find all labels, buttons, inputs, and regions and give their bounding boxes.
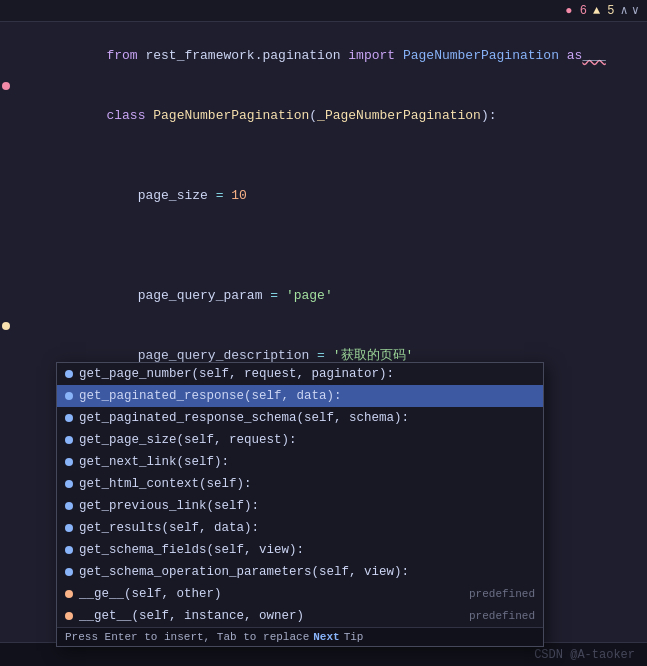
item-dot-icon (65, 458, 73, 466)
autocomplete-item-text: get_results(self, data): (79, 521, 259, 535)
line-content (40, 226, 647, 246)
code-line: page_query_param = 'page' (0, 266, 647, 326)
code-line (0, 146, 647, 166)
autocomplete-item[interactable]: get_results(self, data): (57, 517, 543, 539)
code-line: class PageNumberPagination(_PageNumberPa… (0, 86, 647, 146)
code-line: from rest_framework.pagination import Pa… (0, 26, 647, 86)
line-content: from rest_framework.pagination import Pa… (40, 26, 647, 86)
error-icon: ● (565, 4, 572, 18)
item-dot-icon (65, 546, 73, 554)
warning-count: ▲ 5 (593, 4, 615, 18)
item-dot-icon (65, 612, 73, 620)
autocomplete-item[interactable]: get_schema_operation_parameters(self, vi… (57, 561, 543, 583)
autocomplete-item[interactable]: __get__(self, instance, owner) predefine… (57, 605, 543, 627)
footer-tip-label: Tip (344, 631, 364, 643)
code-line (0, 246, 647, 266)
line-content (40, 146, 647, 166)
item-dot-icon (65, 436, 73, 444)
autocomplete-item[interactable]: get_page_number(self, request, paginator… (57, 363, 543, 385)
autocomplete-item-text: get_schema_fields(self, view): (79, 543, 304, 557)
autocomplete-item-text: get_paginated_response(self, data): (79, 389, 342, 403)
item-dot-icon (65, 590, 73, 598)
autocomplete-footer: Press Enter to insert, Tab to replace Ne… (57, 627, 543, 646)
item-dot-icon (65, 414, 73, 422)
autocomplete-item-text: get_schema_operation_parameters(self, vi… (79, 565, 409, 579)
autocomplete-item-text: get_page_number(self, request, paginator… (79, 367, 394, 381)
autocomplete-item[interactable]: get_page_size(self, request): (57, 429, 543, 451)
autocomplete-item-text: get_page_size(self, request): (79, 433, 297, 447)
autocomplete-item[interactable]: get_paginated_response_schema(self, sche… (57, 407, 543, 429)
item-dot-icon (65, 568, 73, 576)
item-dot-icon (65, 502, 73, 510)
autocomplete-item-selected[interactable]: get_paginated_response(self, data): (57, 385, 543, 407)
autocomplete-item-text: get_previous_link(self): (79, 499, 259, 513)
watermark-text: CSDN @A-taoker (534, 648, 635, 662)
autocomplete-item[interactable]: get_schema_fields(self, view): (57, 539, 543, 561)
autocomplete-hint: predefined (469, 588, 535, 600)
top-bar: ● 6 ▲ 5 ∧ ∨ (0, 0, 647, 22)
autocomplete-item-text: get_next_link(self): (79, 455, 229, 469)
error-count: ● 6 (565, 4, 587, 18)
autocomplete-item[interactable]: get_next_link(self): (57, 451, 543, 473)
autocomplete-item[interactable]: get_html_context(self): (57, 473, 543, 495)
line-content: page_query_param = 'page' (40, 266, 647, 326)
autocomplete-item[interactable]: __ge__(self, other) predefined (57, 583, 543, 605)
footer-press-enter-text: Press Enter to insert, Tab to replace (65, 631, 309, 643)
autocomplete-item-text: __get__(self, instance, owner) (79, 609, 304, 623)
autocomplete-dropdown: get_page_number(self, request, paginator… (56, 362, 544, 647)
line-content: class PageNumberPagination(_PageNumberPa… (40, 86, 647, 146)
autocomplete-item-text: get_html_context(self): (79, 477, 252, 491)
code-line: page_size = 10 (0, 166, 647, 226)
item-dot-icon (65, 392, 73, 400)
warning-icon: ▲ (593, 4, 600, 18)
item-dot-icon (65, 370, 73, 378)
code-line (0, 226, 647, 246)
arrow-up-icon[interactable]: ∧ (621, 3, 628, 18)
code-area: from rest_framework.pagination import Pa… (0, 22, 647, 398)
item-dot-icon (65, 480, 73, 488)
editor-container: ● 6 ▲ 5 ∧ ∨ from rest_framework.paginati… (0, 0, 647, 666)
autocomplete-hint: predefined (469, 610, 535, 622)
item-dot-icon (65, 524, 73, 532)
nav-arrows: ∧ ∨ (621, 3, 639, 18)
autocomplete-item-text: __ge__(self, other) (79, 587, 222, 601)
footer-next-label: Next (313, 631, 339, 643)
line-content (40, 246, 647, 266)
autocomplete-item[interactable]: get_previous_link(self): (57, 495, 543, 517)
line-content: page_size = 10 (40, 166, 647, 226)
arrow-down-icon[interactable]: ∨ (632, 3, 639, 18)
autocomplete-item-text: get_paginated_response_schema(self, sche… (79, 411, 409, 425)
